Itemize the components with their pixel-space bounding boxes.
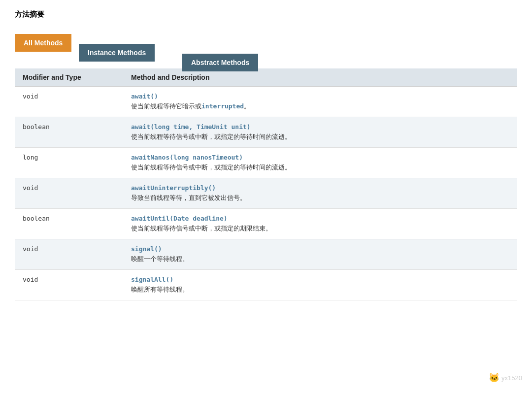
method-cell: signalAll()唤醒所有等待线程。 [123,270,517,300]
table-row: voidawait()使当前线程等待它暗示或interrupted。 [15,87,517,117]
method-cell: signal()唤醒一个等待线程。 [123,239,517,270]
table-header-row: Modifier and Type Method and Description [15,68,517,87]
table-row: voidsignalAll()唤醒所有等待线程。 [15,270,517,300]
method-description: 唤醒一个等待线程。 [131,255,189,262]
method-signature[interactable]: await(long time, TimeUnit unit) [131,123,509,131]
method-signature[interactable]: signalAll() [131,276,509,283]
method-description: 导致当前线程等待，直到它被发出信号。 [131,194,246,201]
table-row: voidawaitUninterruptibly()导致当前线程等待，直到它被发… [15,178,517,209]
method-description: 使当前线程等待信号或中断，或指定的等待时间的流逝。 [131,164,291,171]
tab-abstract-methods[interactable]: Abstract Methods [182,54,258,71]
tab-all-methods[interactable]: All Methods [15,34,71,52]
type-cell: void [15,239,123,270]
type-cell: void [15,270,123,300]
tab-instance-methods[interactable]: Instance Methods [79,44,155,62]
method-signature[interactable]: awaitNanos(long nanosTimeout) [131,154,509,161]
method-description: 使当前线程等待它暗示或interrupted。 [131,102,250,110]
method-signature[interactable]: await() [131,93,509,100]
table-row: longawaitNanos(long nanosTimeout)使当前线程等待… [15,148,517,178]
col-modifier-type: Modifier and Type [15,68,123,87]
method-signature[interactable]: signal() [131,245,509,253]
type-cell: void [15,87,123,117]
type-cell: long [15,148,123,178]
method-signature[interactable]: awaitUntil(Date deadline) [131,215,509,222]
method-description: 唤醒所有等待线程。 [131,286,189,293]
tabs-container: All Methods Instance Methods Abstract Me… [15,29,517,68]
page-title: 方法摘要 [15,10,517,19]
type-cell: boolean [15,209,123,239]
type-cell: boolean [15,117,123,148]
method-cell: awaitUninterruptibly()导致当前线程等待，直到它被发出信号。 [123,178,517,209]
method-signature[interactable]: awaitUninterruptibly() [131,184,509,192]
methods-table: Modifier and Type Method and Description… [15,68,517,300]
table-row: booleanawait(long time, TimeUnit unit)使当… [15,117,517,148]
method-cell: awaitUntil(Date deadline)使当前线程等待信号或中断，或指… [123,209,517,239]
method-description: 使当前线程等待信号或中断，或指定的等待时间的流逝。 [131,133,291,140]
method-description: 使当前线程等待信号或中断，或指定的期限结束。 [131,225,272,232]
method-cell: awaitNanos(long nanosTimeout)使当前线程等待信号或中… [123,148,517,178]
table-row: booleanawaitUntil(Date deadline)使当前线程等待信… [15,209,517,239]
type-cell: void [15,178,123,209]
method-cell: await(long time, TimeUnit unit)使当前线程等待信号… [123,117,517,148]
method-cell: await()使当前线程等待它暗示或interrupted。 [123,87,517,117]
table-row: voidsignal()唤醒一个等待线程。 [15,239,517,270]
